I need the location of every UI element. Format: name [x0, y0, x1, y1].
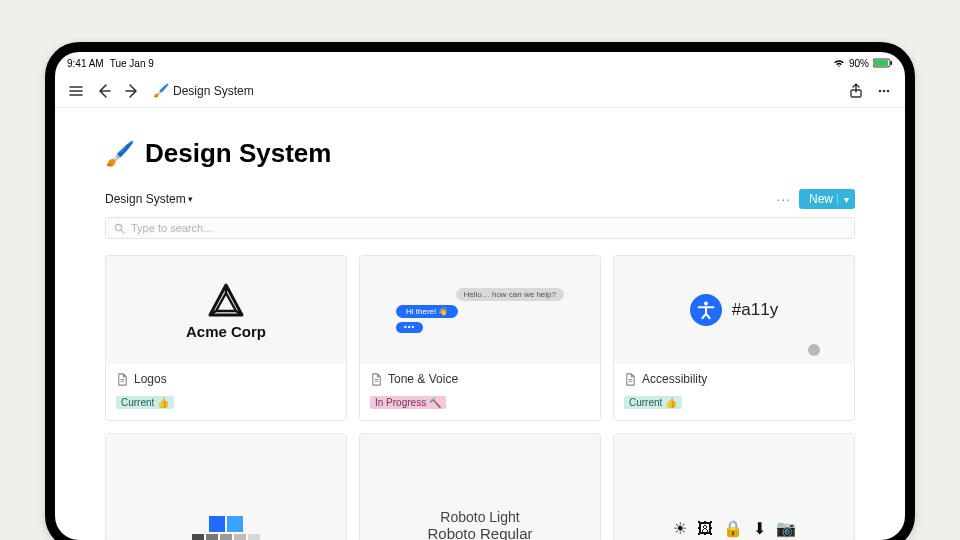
breadcrumb[interactable]: 🖌️ Design System — [153, 83, 254, 98]
back-button[interactable] — [93, 80, 115, 102]
card-cover: Roboto Light Roboto Regular — [360, 434, 600, 540]
status-bar: 9:41 AM Tue Jan 9 90% — [55, 52, 905, 74]
gallery-card[interactable]: Acme Corp Logos Current 👍 — [105, 255, 347, 421]
svg-point-6 — [887, 89, 890, 92]
more-button[interactable] — [873, 80, 895, 102]
document-icon — [624, 373, 637, 386]
search-input[interactable]: Type to search... — [105, 217, 855, 239]
device-frame: 9:41 AM Tue Jan 9 90% — [45, 42, 915, 540]
status-badge: Current 👍 — [624, 396, 682, 409]
chevron-down-icon: ▾ — [188, 194, 193, 204]
triangle-logo-icon — [206, 281, 246, 321]
breadcrumb-title: Design System — [173, 84, 254, 98]
new-button-label: New — [809, 192, 833, 206]
view-name: Design System — [105, 192, 186, 206]
status-badge: Current 👍 — [116, 396, 174, 409]
typing-indicator-icon: ••• — [396, 322, 423, 333]
card-cover: Hello… how can we help? Hi there! 👋 ••• — [360, 256, 600, 364]
card-cover: ☀ 🖼 🔒 ⬇ 📷 — [614, 434, 854, 540]
gallery-card[interactable]: ☀ 🖼 🔒 ⬇ 📷 — [613, 433, 855, 540]
card-title: Accessibility — [642, 372, 707, 386]
battery-icon — [873, 58, 893, 68]
camera-icon: 📷 — [776, 519, 796, 538]
font-sample: Roboto Regular — [427, 525, 532, 540]
card-cover: Acme Corp — [106, 256, 346, 364]
forward-button[interactable] — [121, 80, 143, 102]
svg-line-8 — [121, 230, 124, 233]
card-cover: #a11y — [614, 256, 854, 364]
gallery-card[interactable] — [105, 433, 347, 540]
gallery-card[interactable]: #a11y Accessibility Current 👍 — [613, 255, 855, 421]
a11y-label: #a11y — [732, 300, 778, 320]
brush-icon: 🖌️ — [153, 83, 169, 98]
download-icon: ⬇ — [753, 519, 766, 538]
menu-icon[interactable] — [65, 80, 87, 102]
svg-point-5 — [883, 89, 886, 92]
brightness-icon: ☀ — [673, 519, 687, 538]
brand-name: Acme Corp — [186, 323, 266, 340]
dot-icon — [808, 344, 820, 356]
status-time: 9:41 AM — [67, 58, 104, 69]
svg-point-4 — [879, 89, 882, 92]
card-title: Logos — [134, 372, 167, 386]
app-toolbar: 🖌️ Design System — [55, 74, 905, 108]
document-icon — [116, 373, 129, 386]
card-title: Tone & Voice — [388, 372, 458, 386]
status-battery-pct: 90% — [849, 58, 869, 69]
view-more-button[interactable]: ··· — [776, 191, 791, 207]
image-icon: 🖼 — [697, 520, 713, 538]
page-title: 🖌️ Design System — [105, 138, 855, 169]
accessibility-icon — [690, 294, 722, 326]
chat-bubble: Hi there! 👋 — [396, 305, 458, 318]
gallery-grid: Acme Corp Logos Current 👍 — [105, 255, 855, 540]
brush-icon: 🖌️ — [105, 140, 135, 168]
page-content: 🖌️ Design System Design System ▾ ··· New… — [55, 108, 905, 540]
icon-row: ☀ 🖼 🔒 ⬇ 📷 — [673, 519, 796, 538]
wifi-icon — [833, 58, 845, 68]
screen: 9:41 AM Tue Jan 9 90% — [55, 52, 905, 540]
view-controls: Design System ▾ ··· New ▾ — [105, 189, 855, 209]
lock-icon: 🔒 — [723, 519, 743, 538]
search-placeholder: Type to search... — [131, 222, 212, 234]
search-icon — [114, 223, 125, 234]
chevron-down-icon: ▾ — [837, 194, 849, 205]
gallery-card[interactable]: Hello… how can we help? Hi there! 👋 ••• … — [359, 255, 601, 421]
page-title-text: Design System — [145, 138, 331, 169]
chat-bubble: Hello… how can we help? — [456, 288, 565, 301]
status-date: Tue Jan 9 — [110, 58, 154, 69]
gallery-card[interactable]: Roboto Light Roboto Regular — [359, 433, 601, 540]
svg-point-9 — [704, 302, 708, 306]
color-palette-icon — [192, 516, 260, 540]
card-cover — [106, 434, 346, 540]
svg-rect-1 — [874, 60, 888, 66]
status-badge: In Progress 🔨 — [370, 396, 446, 409]
new-button[interactable]: New ▾ — [799, 189, 855, 209]
document-icon — [370, 373, 383, 386]
view-selector[interactable]: Design System ▾ — [105, 192, 193, 206]
share-button[interactable] — [845, 80, 867, 102]
svg-rect-2 — [891, 61, 893, 65]
font-sample: Roboto Light — [440, 509, 519, 525]
svg-point-7 — [115, 224, 121, 230]
